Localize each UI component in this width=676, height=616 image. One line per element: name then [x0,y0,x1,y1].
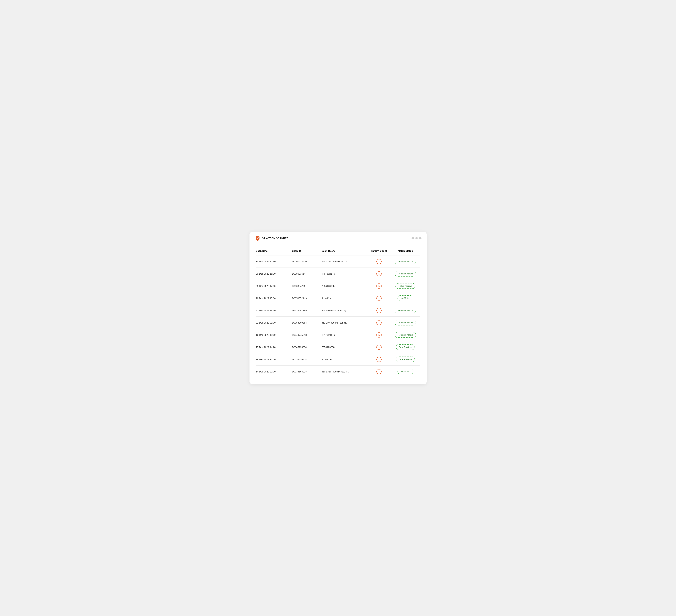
cell-scan-date: 21 Dec 2022 01:00 [256,317,292,329]
cell-match-status: False Positive [391,280,420,292]
table-container: Scan Date Scan ID Scan Query Return Coun… [249,244,427,384]
status-badge: True Positive [396,344,415,350]
cell-scan-date: 30 Dec 2022 10:30 [256,255,292,268]
cell-scan-query: John Doe [322,353,368,366]
cell-scan-query: TR-P624176 [322,329,368,341]
count-badge: 1 [377,332,382,337]
count-badge: 1 [377,345,382,350]
status-badge: Potential Match [395,259,416,264]
table-row[interactable]: 22 Dec 2022 14:50 D5632541785 e50fa5236c… [256,304,420,317]
cell-scan-query: b50fa31b799931482c14... [322,366,368,378]
scan-table: Scan Date Scan ID Scan Query Return Coun… [256,249,420,378]
cell-scan-date: 29 Dec 2022 15:00 [256,268,292,280]
window-dot-2 [415,237,418,239]
cell-scan-date: 28 Dec 2022 15:00 [256,292,292,304]
table-row[interactable]: 14 Dec 2022 23:50 D0039856314 John Doe 1… [256,353,420,366]
cell-scan-query: 7854123658 [322,341,368,353]
logo-icon [255,235,261,241]
cell-match-status: True Positive [391,341,420,353]
cell-scan-date: 19 Dec 2022 12:00 [256,329,292,341]
col-header-match-status: Match Status [391,249,420,255]
cell-return-count: 1 [368,292,391,304]
cell-scan-query: b50fa31b799931482c14... [322,255,368,268]
cell-scan-date: 14 Dec 2022 23:50 [256,353,292,366]
cell-scan-query: e50fa5236c6523j5413g... [322,304,368,317]
main-card: SANCTION SCANNER Scan Date Scan ID Scan … [249,232,427,384]
count-badge: 1 [377,259,382,264]
cell-return-count: 1 [368,268,391,280]
cell-scan-query: 7854123658 [322,280,368,292]
cell-match-status: No Match [391,292,420,304]
status-badge: Potential Match [395,271,416,276]
logo: SANCTION SCANNER [255,235,289,241]
count-badge: 1 [377,284,382,289]
cell-return-count: 1 [368,341,391,353]
cell-scan-id: D0048745213 [292,329,322,341]
cell-scan-date: 22 Dec 2022 14:50 [256,304,292,317]
count-badge: 1 [377,320,382,325]
card-header: SANCTION SCANNER [249,232,427,244]
cell-match-status: Potential Match [391,268,420,280]
cell-scan-id: D0038563218 [292,366,322,378]
cell-scan-id: D0059652143 [292,292,322,304]
table-row[interactable]: 29 Dec 2022 15:00 D008523654 TR-P624176 … [256,268,420,280]
col-header-scan-id: Scan ID [292,249,322,255]
count-badge: 1 [377,271,382,276]
cell-scan-id: D0045236874 [292,341,322,353]
cell-match-status: Potential Match [391,304,420,317]
cell-scan-query: TR-P624176 [322,268,368,280]
table-row[interactable]: 19 Dec 2022 12:00 D0048745213 TR-P624176… [256,329,420,341]
cell-return-count: 1 [368,366,391,378]
cell-return-count: 1 [368,317,391,329]
cell-scan-id: D006854796 [292,280,322,292]
table-header-row: Scan Date Scan ID Scan Query Return Coun… [256,249,420,255]
table-row[interactable]: 30 Dec 2022 10:30 D0091218620 b50fa31b79… [256,255,420,268]
cell-return-count: 1 [368,304,391,317]
logo-text: SANCTION SCANNER [262,237,289,240]
cell-match-status: No Match [391,366,420,378]
window-controls [411,237,421,239]
count-badge: 1 [377,357,382,362]
status-badge: Potential Match [395,332,416,338]
cell-scan-query: John Doe [322,292,368,304]
cell-return-count: 1 [368,329,391,341]
status-badge: True Positive [396,357,415,362]
cell-scan-id: D0053269854 [292,317,322,329]
cell-scan-id: D0091218620 [292,255,322,268]
cell-return-count: 1 [368,353,391,366]
count-badge: 1 [377,296,382,301]
cell-scan-date: 17 Dec 2022 14:20 [256,341,292,353]
cell-scan-id: D008523654 [292,268,322,280]
cell-scan-query: e521446g256k5413h36... [322,317,368,329]
count-badge: 1 [377,308,382,313]
table-row[interactable]: 29 Dec 2022 14:30 D006854796 7854123658 … [256,280,420,292]
col-header-return-count: Return Count [368,249,391,255]
cell-scan-date: 14 Dec 2022 22:00 [256,366,292,378]
table-row[interactable]: 28 Dec 2022 15:00 D0059652143 John Doe 1… [256,292,420,304]
cell-scan-id: D0039856314 [292,353,322,366]
table-row[interactable]: 14 Dec 2022 22:00 D0038563218 b50fa31b79… [256,366,420,378]
cell-scan-id: D5632541785 [292,304,322,317]
status-badge: No Match [397,295,413,301]
status-badge: No Match [397,369,413,374]
table-row[interactable]: 21 Dec 2022 01:00 D0053269854 e521446g25… [256,317,420,329]
cell-return-count: 1 [368,280,391,292]
table-row[interactable]: 17 Dec 2022 14:20 D0045236874 7854123658… [256,341,420,353]
status-badge: Potential Match [395,320,416,325]
cell-return-count: 1 [368,255,391,268]
status-badge: False Positive [395,283,415,289]
count-badge: 1 [377,369,382,374]
cell-match-status: Potential Match [391,317,420,329]
cell-match-status: Potential Match [391,329,420,341]
window-dot-3 [419,237,421,239]
status-badge: Potential Match [395,308,416,313]
col-header-scan-query: Scan Query [322,249,368,255]
col-header-scan-date: Scan Date [256,249,292,255]
cell-scan-date: 29 Dec 2022 14:30 [256,280,292,292]
window-dot-1 [411,237,414,239]
cell-match-status: Potential Match [391,255,420,268]
cell-match-status: True Positive [391,353,420,366]
